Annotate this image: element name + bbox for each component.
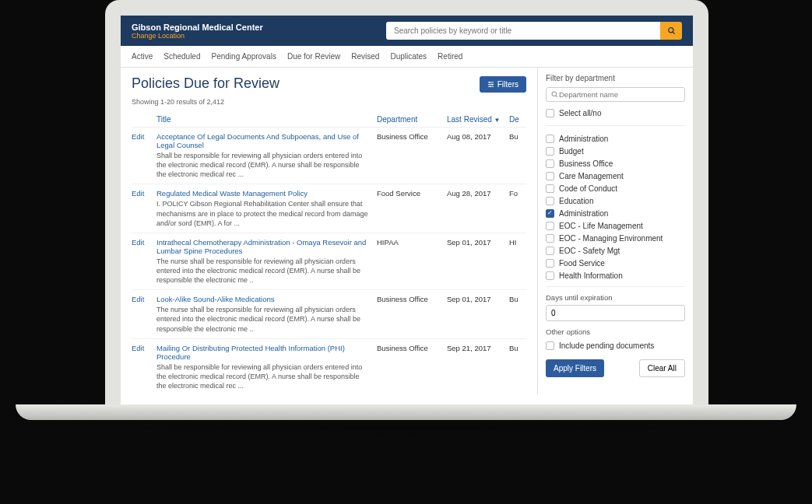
table-row: EditAcceptance Of Legal Documents And Su… xyxy=(132,128,526,184)
policy-title-link[interactable]: Mailing Or Distributing Protected Health… xyxy=(156,344,369,361)
checkbox-icon xyxy=(546,172,554,180)
checkbox-icon xyxy=(546,247,554,255)
svg-point-7 xyxy=(489,86,490,87)
policy-title-link[interactable]: Intrathecal Chemotherapy Administration … xyxy=(156,238,369,255)
dept-option[interactable]: EOC - Safety Mgt xyxy=(546,244,685,257)
tab-due-for-review[interactable]: Due for Review xyxy=(287,52,340,61)
dept-option[interactable]: Health Information xyxy=(546,269,685,280)
search-icon xyxy=(550,90,559,99)
department-cell: Business Office xyxy=(377,132,447,179)
last-revised-cell: Sep 21, 2017 xyxy=(447,344,509,390)
policy-description: Shall be responsible for reviewing all p… xyxy=(156,152,362,178)
tab-retired[interactable]: Retired xyxy=(438,52,462,61)
edit-link[interactable]: Edit xyxy=(132,238,156,285)
checkbox-icon xyxy=(546,197,554,205)
title-cell: Regulated Medical Waste Management Polic… xyxy=(156,189,377,227)
other-options-label: Other options xyxy=(546,327,685,336)
title-cell: Acceptance Of Legal Documents And Subpoe… xyxy=(156,132,377,179)
department-cell: Business Office xyxy=(377,295,447,333)
checkbox-icon xyxy=(546,222,554,230)
search-button[interactable] xyxy=(660,22,682,40)
filters-icon xyxy=(487,81,494,88)
sort-desc-icon: ▼ xyxy=(494,117,501,124)
filter-panel: Filter by department Select all/no Admin… xyxy=(537,68,693,394)
last-revised-cell: Sep 01, 2017 xyxy=(447,238,509,285)
checkbox-icon xyxy=(546,159,554,168)
dept-label: Education xyxy=(559,197,593,205)
page-title: Policies Due for Review xyxy=(132,75,279,92)
filters-button[interactable]: Filters xyxy=(480,76,526,93)
dept-label: EOC - Life Management xyxy=(559,222,643,230)
policy-description: Shall be responsible for reviewing all p… xyxy=(156,363,362,390)
days-until-expiration-input[interactable] xyxy=(546,305,685,321)
truncated-cell: Bu xyxy=(509,132,526,179)
laptop-shadow xyxy=(39,422,773,436)
clear-all-button[interactable]: Clear All xyxy=(639,359,685,377)
dept-label: Health Information xyxy=(559,271,623,280)
policy-description: The nurse shall be responsible for revie… xyxy=(156,306,360,332)
checkbox-icon xyxy=(546,271,554,280)
dept-option[interactable]: Code of Conduct xyxy=(546,182,685,194)
select-all-toggle[interactable]: Select all/no xyxy=(546,107,685,119)
truncated-cell: HI xyxy=(509,238,526,285)
tab-duplicates[interactable]: Duplicates xyxy=(390,52,427,61)
apply-filters-button[interactable]: Apply Filters xyxy=(546,359,604,377)
dept-label: Budget xyxy=(559,147,584,156)
title-cell: Look-Alike Sound-Alike MedicationsThe nu… xyxy=(156,295,377,333)
dept-option[interactable]: Education xyxy=(546,194,685,207)
dept-option[interactable]: Care Management xyxy=(546,170,685,182)
department-cell: Business Office xyxy=(377,344,447,390)
svg-line-1 xyxy=(673,32,674,33)
dept-option[interactable]: Food Service xyxy=(546,257,685,269)
checkbox-icon xyxy=(546,209,554,218)
dept-label: Code of Conduct xyxy=(559,184,617,193)
tab-revised[interactable]: Revised xyxy=(351,52,379,61)
dept-label: Business Office xyxy=(559,159,613,168)
last-revised-cell: Aug 28, 2017 xyxy=(447,189,509,227)
tab-pending-approvals[interactable]: Pending Approvals xyxy=(212,52,276,61)
col-truncated[interactable]: De xyxy=(509,115,526,124)
col-title[interactable]: Title xyxy=(156,115,377,124)
edit-link[interactable]: Edit xyxy=(132,344,156,390)
search-input[interactable] xyxy=(386,22,660,40)
department-cell: Food Service xyxy=(377,189,447,227)
dept-option[interactable]: Business Office xyxy=(546,157,685,170)
dept-search-input[interactable] xyxy=(559,90,680,99)
checkbox-icon xyxy=(546,109,554,117)
col-last-revised[interactable]: Last Revised ▼ xyxy=(447,115,509,124)
change-location-link[interactable]: Change Location xyxy=(132,32,263,40)
dept-option[interactable]: Budget xyxy=(546,145,685,157)
policy-title-link[interactable]: Regulated Medical Waste Management Polic… xyxy=(156,189,369,198)
table-row: EditRegulated Medical Waste Management P… xyxy=(132,184,526,233)
org-title: Gibson Regional Medical Center xyxy=(132,23,263,32)
status-tabs: ActiveScheduledPending ApprovalsDue for … xyxy=(121,46,693,68)
svg-point-8 xyxy=(552,92,557,96)
policy-description: I. POLICY Gibson Regional Rehabilitation… xyxy=(156,200,368,226)
truncated-cell: Fo xyxy=(509,189,526,227)
select-all-label: Select all/no xyxy=(559,109,601,117)
col-department[interactable]: Department xyxy=(377,115,447,124)
edit-link[interactable]: Edit xyxy=(132,189,156,227)
include-pending-toggle[interactable]: Include pending documents xyxy=(546,339,685,352)
svg-point-6 xyxy=(491,84,493,86)
policy-title-link[interactable]: Acceptance Of Legal Documents And Subpoe… xyxy=(156,132,369,149)
edit-link[interactable]: Edit xyxy=(132,132,156,179)
include-pending-label: Include pending documents xyxy=(559,341,654,350)
dept-option[interactable]: Administration xyxy=(546,207,685,219)
edit-link[interactable]: Edit xyxy=(132,295,156,333)
dept-option[interactable]: EOC - Managing Environment xyxy=(546,232,685,244)
filter-heading: Filter by department xyxy=(546,74,685,82)
search-icon xyxy=(667,26,676,35)
tab-scheduled[interactable]: Scheduled xyxy=(163,52,200,61)
dept-option[interactable]: EOC - Life Management xyxy=(546,219,685,232)
dept-search-wrap xyxy=(546,87,685,102)
dept-option[interactable]: Administration xyxy=(546,132,685,145)
dept-label: EOC - Managing Environment xyxy=(559,234,663,243)
policy-title-link[interactable]: Look-Alike Sound-Alike Medications xyxy=(156,295,369,303)
checkbox-icon xyxy=(546,147,554,156)
brand-block: Gibson Regional Medical Center Change Lo… xyxy=(132,23,263,40)
department-cell: HIPAA xyxy=(377,238,447,285)
tab-active[interactable]: Active xyxy=(132,52,153,61)
truncated-cell: Bu xyxy=(509,295,526,333)
title-cell: Intrathecal Chemotherapy Administration … xyxy=(156,238,377,285)
